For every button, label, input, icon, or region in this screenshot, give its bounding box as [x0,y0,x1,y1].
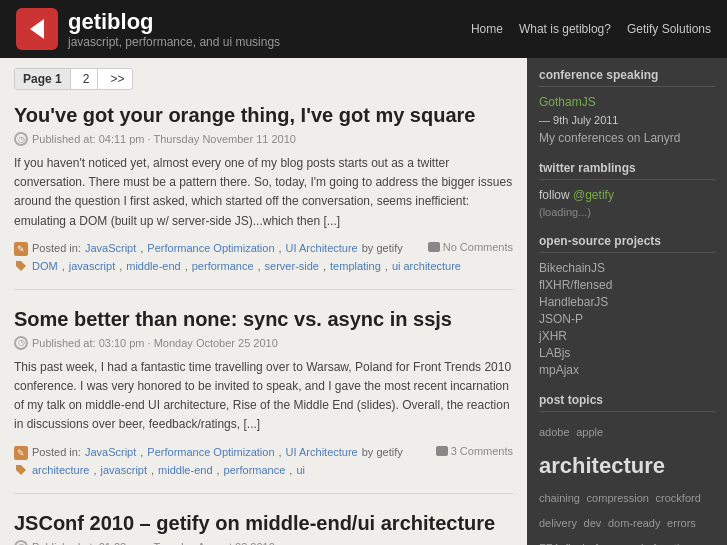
sidebar-twitter: twitter ramblings follow @getify (loadin… [539,161,715,218]
tag-delivery[interactable]: delivery [539,517,577,529]
topics-title: post topics [539,393,715,412]
logo-text-group: getiblog javascript, performance, and ui… [68,9,280,49]
post-2-footer: ✎ Posted in: JavaScript, Performance Opt… [14,445,513,477]
sidebar: conference speaking GothamJS — 9th July … [527,58,727,545]
post-1-tag-7[interactable]: ui architecture [392,260,461,272]
clock-icon: ◷ [14,132,28,146]
svg-marker-0 [30,19,44,39]
tag-apple[interactable]: apple [576,426,603,438]
bubble-icon-2 [436,446,448,456]
page-current: Page 1 [15,69,71,89]
tag-icon-2 [14,463,28,477]
tag-errors[interactable]: errors [667,517,696,529]
post-2-tags-line: architecture, javascript, middle-end, pe… [14,463,513,477]
sidebar-conference: conference speaking GothamJS — 9th July … [539,68,715,145]
oss-2[interactable]: flXHR/flensed [539,278,715,292]
post-1-cat-1[interactable]: JavaScript [85,242,136,254]
site-tagline: javascript, performance, and ui musings [68,35,280,49]
tag-chaining[interactable]: chaining [539,492,580,504]
post-1-tag-4[interactable]: performance [192,260,254,272]
tag-dom-ready[interactable]: dom-ready [608,517,661,529]
twitter-loading: (loading...) [539,206,715,218]
site-title[interactable]: getiblog [68,9,280,35]
post-1-tag-3[interactable]: middle-end [126,260,180,272]
post-1-tag-6[interactable]: templating [330,260,381,272]
oss-4[interactable]: JSON-P [539,312,715,326]
logo-icon [16,8,58,50]
nav-solutions[interactable]: Getify Solutions [627,22,711,36]
comment-icon-2: 3 Comments [436,445,513,457]
clock-icon-2: ◷ [14,336,28,350]
post-1: You've got your orange thing, I've got m… [14,102,513,290]
main-nav: Home What is getiblog? Getify Solutions [471,22,711,36]
oss-5[interactable]: jXHR [539,329,715,343]
oss-6[interactable]: LABjs [539,346,715,360]
post-2-cat-3[interactable]: UI Architecture [286,446,358,458]
tag-icon [14,259,28,273]
sidebar-topics: post topics adobe apple architecture cha… [539,393,715,545]
post-1-cat-3[interactable]: UI Architecture [286,242,358,254]
pagination: Page 1 2 >> [14,68,133,90]
clock-icon-3: ◷ [14,540,28,546]
oss-1[interactable]: BikechainJS [539,261,715,275]
post-1-by: by getify [362,242,403,254]
opensource-title: Open-Source Projects [539,234,715,253]
post-1-meta: ◷ Published at: 04:11 pm · Thursday Nove… [14,132,513,146]
post-2-by: by getify [362,446,403,458]
nav-home[interactable]: Home [471,22,503,36]
post-2-title: Some better than none: sync vs. async in… [14,306,513,332]
post-2-comments[interactable]: 3 Comments [451,445,513,457]
posted-in-label: Posted in: [32,242,81,254]
post-3-title-link[interactable]: JSConf 2010 – getify on middle-end/ui ar… [14,512,495,534]
tag-cloud: adobe apple architecture chaining compre… [539,420,715,545]
tag-architecture[interactable]: architecture [539,453,665,478]
post-1-tags-line: DOM, javascript, middle-end, performance… [14,259,513,273]
tag-dev[interactable]: dev [584,517,602,529]
page-2-link[interactable]: 2 [75,69,99,89]
post-1-date: Published at: 04:11 pm · Thursday Novemb… [32,133,296,145]
post-3-title: JSConf 2010 – getify on middle-end/ui ar… [14,510,513,536]
post-2-tag-4[interactable]: performance [224,464,286,476]
conference-lanyrd[interactable]: My conferences on Lanyrd [539,131,715,145]
comment-icon: No Comments [428,241,513,253]
conference-date1: — 9th July 2011 [539,114,619,126]
post-1-footer: ✎ Posted in: JavaScript, Performance Opt… [14,241,513,273]
tag-crockford[interactable]: crockford [656,492,701,504]
page-next-link[interactable]: >> [102,69,132,89]
post-1-comments[interactable]: No Comments [443,241,513,253]
post-2-meta: ◷ Published at: 03:10 pm · Monday Octobe… [14,336,513,350]
post-1-title-link[interactable]: You've got your orange thing, I've got m… [14,104,475,126]
oss-7[interactable]: mpAjax [539,363,715,377]
bubble-icon [428,242,440,252]
oss-3[interactable]: HandlebarJS [539,295,715,309]
twitter-title: twitter ramblings [539,161,715,180]
post-2-tag-1[interactable]: architecture [32,464,89,476]
sidebar-opensource: Open-Source Projects BikechainJS flXHR/f… [539,234,715,377]
post-2-title-link[interactable]: Some better than none: sync vs. async in… [14,308,452,330]
post-1-cat-2[interactable]: Performance Optimization [147,242,274,254]
post-2-cat-2[interactable]: Performance Optimization [147,446,274,458]
post-2-tag-3[interactable]: middle-end [158,464,212,476]
conference-link1-line: GothamJS — 9th July 2011 [539,95,715,127]
nav-about[interactable]: What is getiblog? [519,22,611,36]
twitter-handle[interactable]: @getify [573,188,614,202]
logo-area: getiblog javascript, performance, and ui… [16,8,280,50]
post-1-title: You've got your orange thing, I've got m… [14,102,513,128]
post-1-tag-5[interactable]: server-side [265,260,319,272]
tag-adobe[interactable]: adobe [539,426,570,438]
tag-compression[interactable]: compression [587,492,649,504]
posted-in-label-2: Posted in: [32,446,81,458]
post-2-tag-2[interactable]: javascript [101,464,147,476]
header: getiblog javascript, performance, and ui… [0,0,727,58]
post-1-tag-2[interactable]: javascript [69,260,115,272]
post-1-tag-1[interactable]: DOM [32,260,58,272]
conference-title: conference speaking [539,68,715,87]
post-2-cat-1[interactable]: JavaScript [85,446,136,458]
conference-link1[interactable]: GothamJS [539,95,715,109]
follow-text: follow [539,188,573,202]
post-icon: ✎ [14,242,28,256]
post-icon-2: ✎ [14,446,28,460]
post-2-tag-5[interactable]: ui [296,464,305,476]
post-2-content: This past week, I had a fantastic time t… [14,358,513,435]
post-3-date: Published at: 01:08 pm · Tuesday August … [32,541,275,546]
